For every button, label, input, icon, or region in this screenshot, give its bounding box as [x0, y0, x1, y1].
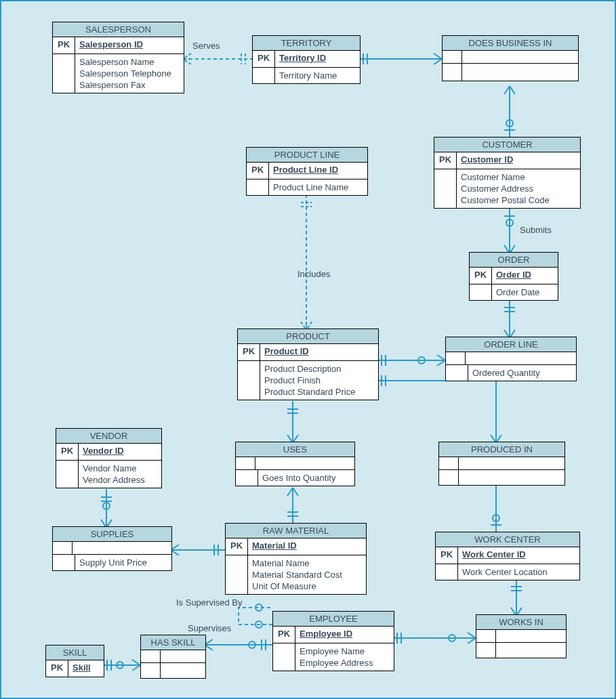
svg-point-4	[249, 641, 255, 648]
entity-product: PRODUCT PKProduct ID Product Description…	[237, 329, 379, 400]
entity-doesbusiness: DOES BUSINESS IN	[442, 35, 579, 81]
entity-salesperson: SALESPERSON PKSalesperson ID Salesperson…	[52, 22, 184, 93]
entity-uses: USES Goes Into Quantity	[235, 442, 355, 486]
entity-order: ORDER PKOrder ID Order Date	[469, 252, 558, 301]
svg-point-1	[418, 357, 425, 364]
svg-point-2	[103, 503, 110, 509]
svg-point-3	[449, 635, 455, 641]
entity-employee: EMPLOYEE PKEmployee ID Employee Name Emp…	[272, 611, 394, 671]
entity-rawmaterial: RAW MATERIAL PKMaterial ID Material Name…	[225, 523, 367, 595]
entity-hasskill: HAS SKILL	[140, 635, 206, 679]
entity-skill: SKILL PKSkill	[45, 645, 104, 677]
entity-producedin: PRODUCED IN	[438, 442, 565, 486]
rel-includes: Includes	[297, 269, 330, 279]
svg-point-7	[255, 604, 262, 611]
svg-point-5	[117, 662, 123, 669]
entity-customer: CUSTOMER PKCustomer ID Customer Name Cus…	[434, 137, 581, 209]
rel-submits: Submits	[520, 225, 552, 235]
entity-orderline: ORDER LINE Ordered Quantity	[445, 337, 577, 381]
entity-worksin: WORKS IN	[476, 614, 567, 658]
entity-vendor: VENDOR PKVendor ID Vendor Name Vendor Ad…	[56, 428, 162, 488]
entity-title: SALESPERSON	[53, 22, 184, 37]
rel-serves: Serves	[192, 41, 220, 51]
rel-supervises: Supervises	[188, 623, 231, 633]
entity-territory: TERRITORY PKTerritory ID Territory Name	[252, 35, 361, 84]
entity-supplies: SUPPLIES Supply Unit Price	[52, 526, 172, 571]
er-diagram-canvas: Serves Includes Submits Supervises Is Su…	[0, 0, 616, 699]
entity-workcenter: WORK CENTER PKWork Center ID Work Center…	[435, 532, 580, 580]
entity-productline: PRODUCT LINE PKProduct Line ID Product L…	[246, 147, 368, 196]
rel-issupervised: Is Supervised By	[176, 597, 243, 608]
svg-point-6	[255, 621, 262, 628]
